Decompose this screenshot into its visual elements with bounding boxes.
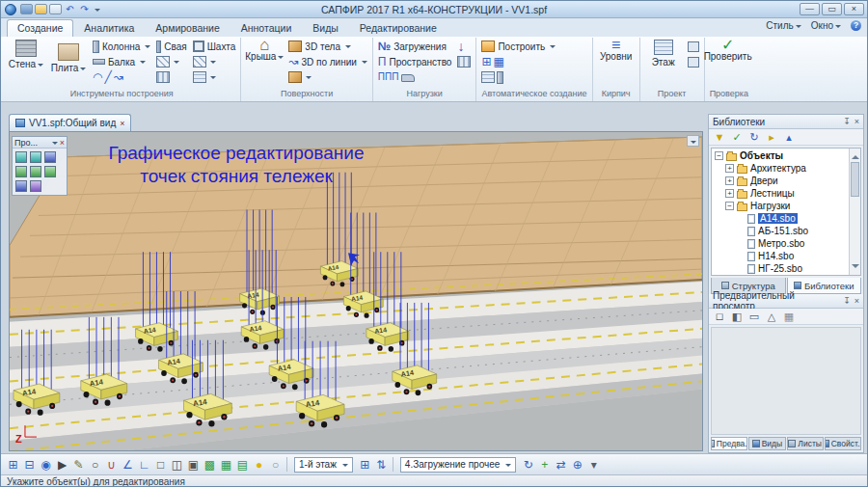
clip-active-icon[interactable]: ▣ (185, 456, 202, 473)
tab-annotations[interactable]: Аннотации (231, 19, 303, 37)
tree-item[interactable]: Метро.sbo (713, 237, 847, 250)
load-arrow-icon[interactable]: ↓ (457, 41, 464, 52)
draw-circle-icon[interactable]: ○ (87, 456, 103, 473)
build-button[interactable]: Построить (479, 39, 557, 54)
scroll-up-icon[interactable] (852, 151, 859, 159)
tree-expander-icon[interactable]: + (725, 176, 734, 185)
light-off-icon[interactable]: ○ (267, 456, 284, 473)
column-button[interactable]: Колонна (91, 39, 152, 54)
open-icon[interactable] (35, 4, 47, 14)
arch-surface-caret-icon[interactable] (174, 61, 179, 67)
shaft-button[interactable]: Шахта (191, 39, 238, 54)
snap-perp-icon[interactable]: ∟ (136, 456, 152, 473)
load-case-select[interactable]: 4.Загружение прочее (400, 457, 517, 473)
tree-item[interactable]: +Архитектура (713, 162, 847, 175)
redo-icon[interactable]: ↷ (78, 4, 91, 14)
tree-item[interactable]: +Двери (713, 175, 847, 187)
levels-button[interactable]: ≡ Уровни (595, 38, 637, 62)
select-pointer-icon[interactable]: ▶ (54, 456, 70, 473)
view-tool-icon[interactable] (44, 151, 56, 163)
app-icon[interactable] (5, 4, 16, 15)
extrude-caret-icon[interactable] (306, 76, 312, 82)
preview-axes-icon[interactable]: △ (764, 310, 779, 324)
load-refresh-icon[interactable]: ↻ (520, 456, 536, 473)
line-tool-icon[interactable]: ╱ (104, 71, 111, 83)
truss-icon[interactable] (193, 56, 206, 68)
tab-views[interactable]: Виды (302, 19, 349, 37)
load-truck-icon[interactable] (401, 74, 415, 82)
preview-shaded-icon[interactable]: ◧ (729, 310, 745, 324)
beam-button[interactable]: Балка (91, 54, 152, 69)
frame-icon[interactable] (193, 71, 206, 83)
tab-reinforcement[interactable]: Армирование (145, 19, 230, 37)
floor-updown-icon[interactable]: ⇅ (373, 456, 390, 473)
document-close-icon[interactable]: × (120, 119, 124, 128)
scroll-thumb[interactable] (851, 162, 859, 197)
pile-button[interactable]: Свая (154, 39, 188, 54)
spline-tool-icon[interactable]: ↝ (114, 71, 123, 83)
close-button[interactable]: × (844, 3, 864, 15)
project-variant-icon[interactable] (688, 57, 699, 68)
visual-hidden-icon[interactable]: ▤ (234, 456, 251, 473)
save-icon[interactable] (20, 4, 33, 14)
tab-preview[interactable]: Предва... (711, 437, 747, 450)
minimize-button[interactable]: — (800, 3, 820, 15)
tab-views-dock[interactable]: Виды (748, 437, 785, 450)
tree-item[interactable]: +Лестницы (713, 187, 847, 200)
undo-icon[interactable]: ↶ (64, 4, 76, 14)
panel-close-icon[interactable]: × (854, 117, 859, 126)
viewport-options-caret[interactable] (687, 135, 699, 147)
view-tool-icon[interactable] (30, 151, 41, 163)
style-menu[interactable]: Стиль (766, 20, 800, 31)
load-cases-button[interactable]: № Загружения (376, 39, 454, 54)
3d-by-line-button[interactable]: ↝ 3D по линии (286, 54, 369, 69)
auto-columns-icon[interactable] (497, 71, 503, 84)
load-frames-icon[interactable]: ΠΠΠ (378, 71, 399, 83)
project-settings-icon[interactable] (688, 41, 699, 52)
tree-item[interactable]: Н14.sbo (713, 250, 847, 262)
view-pan-icon[interactable]: ⇄ (553, 456, 569, 473)
extrude-icon[interactable] (288, 71, 302, 83)
filter-icon[interactable]: ▼ (712, 130, 727, 145)
help-icon[interactable]: ? (851, 20, 861, 31)
mini-panel-caret-icon[interactable] (52, 142, 58, 148)
preview-light-icon[interactable]: ▦ (781, 310, 797, 324)
tab-properties[interactable]: Свойст... (825, 437, 861, 450)
array-frame-icon[interactable]: ⊟ (21, 456, 38, 473)
auto-table-icon[interactable]: ⊞ (481, 56, 491, 68)
import-icon[interactable]: ▴ (781, 130, 797, 145)
auto-grid-icon[interactable]: ▦ (493, 56, 503, 68)
clip-section-icon[interactable]: ◫ (169, 456, 185, 473)
tree-scrollbar[interactable] (849, 149, 860, 275)
tree-expander-icon[interactable]: − (725, 202, 734, 210)
quick-access-caret-icon[interactable] (95, 9, 100, 14)
load-add-icon[interactable]: + (536, 456, 553, 473)
preview-pin-icon[interactable]: ↧ (843, 296, 851, 306)
node-snap-icon[interactable]: ◉ (38, 456, 54, 473)
view-tool-icon[interactable] (30, 180, 41, 192)
frame-caret-icon[interactable] (210, 76, 216, 82)
auto-floors-icon[interactable] (481, 71, 495, 83)
refresh-icon[interactable]: ↻ (746, 130, 762, 145)
clip-volume-icon[interactable]: □ (152, 456, 169, 473)
slab-button[interactable]: Плита (47, 38, 90, 73)
viewport-3d[interactable]: Z А14А14А14А14А14А14А14А14А14А14А14А14А1… (9, 131, 703, 451)
pin-icon[interactable]: ↧ (843, 117, 851, 126)
visual-wire-icon[interactable]: ▦ (218, 456, 234, 473)
toolbar-more-icon[interactable]: ▾ (585, 456, 602, 473)
light-on-icon[interactable]: ● (251, 456, 267, 473)
preview-material-icon[interactable]: ▭ (746, 310, 762, 324)
tree-expander-icon[interactable]: + (725, 164, 734, 173)
solid-3d-button[interactable]: 3D тела (286, 39, 369, 54)
folder-open-icon[interactable]: ▸ (764, 130, 779, 145)
document-tab[interactable]: VV1.spf:Общий вид × (9, 114, 131, 131)
roof-button[interactable]: ⌂ Крыша (243, 38, 285, 62)
tree-item[interactable]: −Нагрузки (713, 200, 847, 212)
wall-button[interactable]: Стена (5, 38, 47, 69)
draw-pencil-icon[interactable]: ✎ (70, 456, 87, 473)
tree-item[interactable]: −Объекты (713, 149, 847, 162)
view-tool-icon[interactable] (44, 166, 56, 177)
check-button[interactable]: ✓ Проверить (707, 38, 749, 62)
floor-plan-icon[interactable]: ⊞ (357, 456, 373, 473)
snap-angle-icon[interactable]: ∠ (120, 456, 136, 473)
